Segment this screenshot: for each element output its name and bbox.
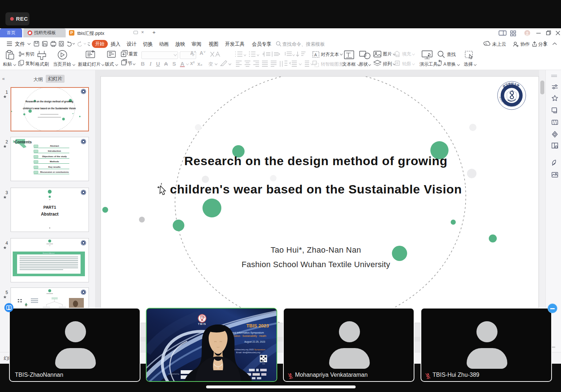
svg-text:变: 变 <box>208 61 213 67</box>
svg-text:版式: 版式 <box>105 62 114 67</box>
svg-text:排列: 排列 <box>383 61 392 66</box>
svg-text:A: A <box>164 61 168 67</box>
svg-text:Abstract: Abstract <box>50 144 59 147</box>
svg-text:children's wear based on the S: children's wear based on the Sustainable… <box>23 107 76 110</box>
svg-text:新建幻灯片: 新建幻灯片 <box>78 62 101 67</box>
svg-text:x₂: x₂ <box>197 61 202 67</box>
svg-text:A: A <box>190 50 194 56</box>
svg-text:节: 节 <box>128 61 132 66</box>
svg-text:复制: 复制 <box>25 61 34 66</box>
svg-text:协作: 协作 <box>520 41 530 47</box>
svg-text:粘贴: 粘贴 <box>3 62 12 67</box>
svg-text:Discussion or conclusions: Discussion or conclusions <box>40 171 69 173</box>
svg-text:A: A <box>314 53 317 57</box>
svg-text:Abstract: Abstract <box>41 212 59 217</box>
svg-text:当页开始: 当页开始 <box>53 62 71 67</box>
svg-text:剪切: 剪切 <box>25 52 34 57</box>
svg-text:x²: x² <box>190 60 195 66</box>
svg-text:对齐文本: 对齐文本 <box>321 52 339 57</box>
svg-text:˄: ˄ <box>194 50 196 54</box>
svg-text:Introduction: Introduction <box>48 150 61 152</box>
svg-text:˅: ˅ <box>204 50 206 54</box>
svg-text:查找: 查找 <box>447 52 456 57</box>
svg-text:TBIS 2023: TBIS 2023 <box>246 323 269 328</box>
svg-text:U: U <box>156 61 160 67</box>
svg-text:选择: 选择 <box>464 62 473 67</box>
svg-text:文本框: 文本框 <box>342 62 356 67</box>
svg-text:文件: 文件 <box>15 41 25 47</box>
svg-text:I: I <box>149 61 152 67</box>
svg-text:PART1: PART1 <box>43 205 56 209</box>
svg-text:A: A <box>443 62 446 67</box>
svg-text:轮廓: 轮廓 <box>402 61 411 66</box>
svg-text:填充: 填充 <box>402 52 411 57</box>
svg-text:www.tbisociety.org 2023 Sympos: www.tbisociety.org 2023 Symposium <box>231 348 265 351</box>
svg-text:Methods: Methods <box>50 160 59 163</box>
svg-text:未上云: 未上云 <box>492 41 506 47</box>
svg-text:TBIS: TBIS <box>262 363 265 365</box>
svg-text:Key results: Key results <box>48 166 61 168</box>
svg-text:图片: 图片 <box>383 52 392 57</box>
svg-text:Research Abstract: Research Abstract <box>43 252 55 254</box>
svg-text:A: A <box>200 50 203 56</box>
svg-text:重置: 重置 <box>128 52 138 57</box>
svg-text:演示工具: 演示工具 <box>419 62 438 67</box>
svg-text:Supported by: Supported by <box>168 373 179 375</box>
svg-text:Research on the design method: Research on the design method of growing <box>25 100 73 103</box>
svg-text:B: B <box>141 61 145 67</box>
svg-text:Objectives of the study: Objectives of the study <box>42 155 67 158</box>
svg-text:August 22-25, 2023: August 22-25, 2023 <box>244 340 265 343</box>
svg-text:Contents: Contents <box>15 140 32 144</box>
svg-text:Email: tbis@tbisociety.org: Email: tbis@tbisociety.org <box>236 351 260 354</box>
svg-text:格式刷: 格式刷 <box>35 62 49 67</box>
svg-text:TBIS: TBIS <box>198 322 206 326</box>
svg-text:A: A <box>180 61 184 67</box>
svg-text:替换: 替换 <box>447 62 456 67</box>
svg-text:转智能图形: 转智能图形 <box>321 62 344 67</box>
svg-text:S: S <box>172 61 176 67</box>
svg-text:形状: 形状 <box>359 62 368 67</box>
